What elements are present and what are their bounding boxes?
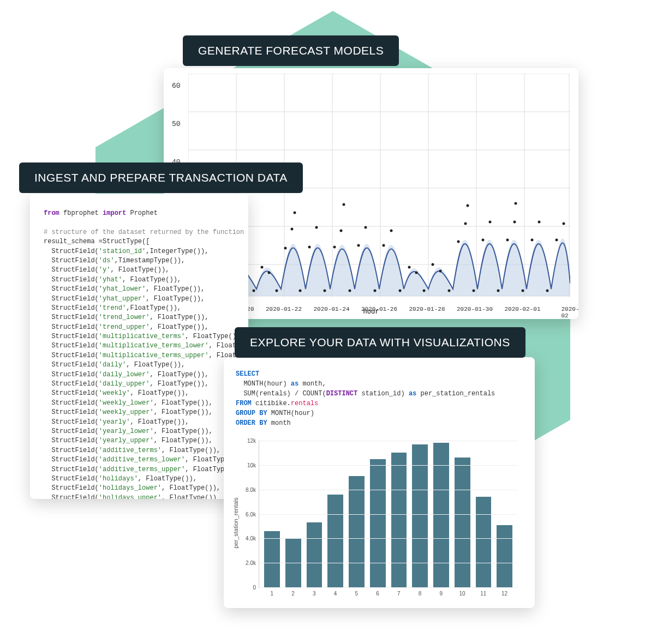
svg-point-56 — [473, 290, 475, 292]
gridline — [259, 587, 517, 588]
svg-point-31 — [284, 247, 287, 250]
svg-point-42 — [357, 244, 360, 247]
sql-code-block: SELECT MONTH(hour) as month, SUM(rentals… — [236, 369, 523, 428]
gridline — [259, 441, 517, 441]
xtick: 5 — [355, 591, 359, 597]
svg-point-36 — [315, 226, 318, 229]
svg-point-40 — [349, 290, 351, 292]
bar: 12 — [497, 525, 512, 587]
svg-point-69 — [563, 222, 565, 225]
code-card: from fbprophet import Prophet # structur… — [30, 194, 248, 499]
bar: 6 — [370, 459, 386, 587]
svg-point-37 — [324, 290, 326, 292]
svg-point-55 — [464, 222, 467, 225]
svg-point-57 — [467, 204, 469, 207]
svg-point-29 — [268, 272, 271, 274]
svg-point-43 — [365, 226, 367, 229]
svg-point-44 — [374, 290, 377, 292]
svg-point-50 — [423, 290, 426, 292]
svg-point-63 — [522, 290, 524, 292]
svg-point-67 — [546, 290, 549, 292]
bar: 1 — [264, 531, 280, 587]
svg-point-64 — [515, 202, 517, 205]
xtick: 2020-01-24 — [313, 306, 349, 312]
label-forecast: GENERATE FORECAST MODELS — [183, 35, 399, 66]
xtick: 2020-01-28 — [409, 306, 445, 312]
bar: 5 — [349, 476, 365, 587]
gridline — [259, 465, 517, 466]
ytick: 10k — [238, 462, 256, 468]
ytick: 12k — [238, 438, 256, 444]
svg-point-62 — [513, 221, 516, 224]
xtick: 3 — [313, 591, 316, 597]
xtick: 2020-01-30 — [457, 306, 493, 312]
svg-point-30 — [276, 290, 278, 292]
svg-point-33 — [299, 290, 302, 292]
svg-point-41 — [343, 203, 345, 206]
xtick: 2020-01-22 — [266, 306, 302, 312]
svg-point-47 — [399, 290, 402, 292]
svg-point-53 — [448, 290, 451, 292]
ytick: 60 — [172, 82, 181, 90]
svg-point-54 — [457, 240, 460, 243]
svg-point-34 — [294, 212, 296, 214]
bar: 7 — [391, 453, 407, 587]
ytick: 4.0k — [238, 535, 256, 541]
gridline — [259, 538, 517, 539]
svg-point-68 — [556, 239, 558, 242]
xtick: 9 — [440, 591, 443, 597]
bar-plot: 123456789101112 02.0k4.0k6.0k8.0k10k12k — [259, 441, 517, 588]
ytick: 50 — [172, 120, 181, 128]
svg-point-48 — [408, 266, 411, 269]
label-explore: EXPLORE YOUR DATA WITH VISUALIZATIONS — [235, 327, 525, 358]
xtick: 7 — [397, 591, 401, 597]
bar: 10 — [455, 458, 470, 587]
bar: 3 — [307, 522, 322, 587]
ytick: 0 — [238, 585, 256, 591]
svg-point-28 — [261, 266, 264, 269]
svg-point-58 — [482, 239, 485, 242]
ytick: 8.0k — [238, 486, 256, 492]
svg-point-59 — [489, 221, 492, 224]
svg-point-60 — [497, 290, 500, 292]
svg-point-51 — [432, 263, 434, 266]
xtick: 2020-02-01 — [504, 306, 540, 312]
xtick: 2020-02 — [561, 306, 579, 319]
sql-chart-card: SELECT MONTH(hour) as month, SUM(rentals… — [224, 357, 535, 608]
ytick: 6.0k — [238, 511, 256, 517]
svg-point-35 — [308, 246, 311, 249]
svg-point-65 — [531, 239, 534, 242]
svg-point-45 — [383, 244, 385, 247]
xtick: 6 — [376, 591, 379, 597]
python-code-block: from fbprophet import Prophet # structur… — [44, 209, 235, 499]
svg-point-27 — [253, 290, 255, 292]
svg-point-38 — [333, 246, 336, 249]
xtick: 12 — [501, 591, 507, 597]
xtick: 8 — [419, 591, 422, 597]
svg-point-66 — [538, 221, 541, 224]
svg-point-39 — [340, 230, 343, 232]
svg-point-61 — [506, 239, 509, 242]
svg-point-52 — [439, 270, 442, 273]
gridline — [259, 514, 517, 515]
xtick: 1 — [271, 591, 274, 597]
forecast-xlabel: hour — [363, 308, 379, 316]
svg-point-46 — [390, 230, 393, 232]
bar-chart: per_station_rentals 123456789101112 02.0… — [236, 438, 523, 601]
bar: 4 — [327, 495, 343, 587]
xtick: 10 — [459, 591, 465, 597]
xtick: 2 — [291, 591, 295, 597]
gridline — [259, 490, 517, 490]
xtick: 4 — [334, 591, 337, 597]
bar: 8 — [412, 444, 428, 587]
ytick: 2.0k — [238, 560, 256, 566]
svg-point-49 — [415, 272, 418, 274]
xtick: 11 — [480, 591, 486, 597]
svg-point-32 — [291, 228, 294, 231]
label-ingest: INGEST AND PREPARE TRANSACTION DATA — [19, 162, 303, 193]
gridline — [259, 563, 517, 563]
bar: 11 — [476, 497, 492, 587]
